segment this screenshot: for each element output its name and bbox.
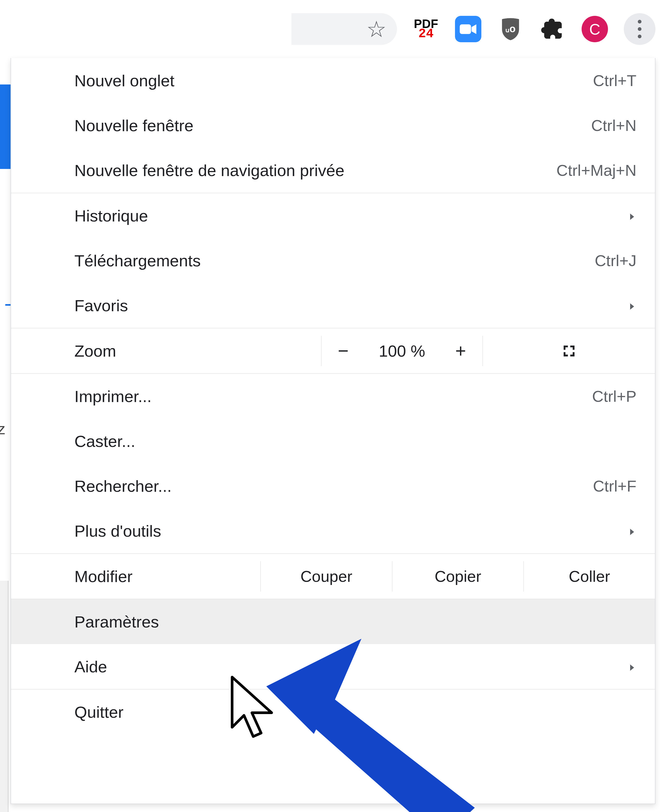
menu-item-cast[interactable]: Caster... [11, 419, 655, 463]
avatar-letter: C [589, 20, 600, 38]
menu-shortcut: Ctrl+J [595, 251, 636, 270]
page-selection-edge [0, 84, 11, 169]
edit-label: Modifier [11, 567, 260, 586]
fullscreen-icon [562, 344, 576, 358]
menu-item-edit: Modifier Couper Copier Coller [11, 553, 655, 599]
kebab-dot-icon [638, 27, 641, 31]
zoom-label: Zoom [11, 342, 321, 361]
extensions-puzzle-icon[interactable] [539, 16, 566, 42]
menu-item-exit[interactable]: Quitter [11, 690, 655, 734]
submenu-chevron-icon [627, 657, 636, 676]
menu-label: Plus d'outils [74, 522, 161, 540]
zoom-value: 100 % [365, 342, 439, 361]
menu-label: Quitter [74, 703, 124, 721]
chrome-menu-button[interactable] [624, 13, 655, 45]
zoom-out-button[interactable]: − [321, 340, 365, 361]
kebab-dot-icon [638, 35, 641, 38]
fullscreen-button[interactable] [483, 344, 655, 358]
menu-item-incognito[interactable]: Nouvelle fenêtre de navigation privée Ct… [11, 148, 655, 193]
menu-label: Nouvelle fenêtre de navigation privée [74, 161, 345, 180]
svg-rect-0 [460, 24, 471, 34]
page-background-edge [0, 581, 8, 812]
menu-label: Nouvel onglet [74, 71, 174, 90]
extension-pdf24-icon[interactable]: PDF 24 [413, 16, 439, 42]
menu-shortcut: Ctrl+F [593, 477, 636, 495]
menu-item-downloads[interactable]: Téléchargements Ctrl+J [11, 238, 655, 283]
menu-shortcut: Ctrl+T [593, 71, 636, 90]
bookmark-star-icon[interactable]: ☆ [366, 18, 386, 40]
menu-item-zoom: Zoom − 100 % + [11, 328, 655, 374]
menu-label: Historique [74, 207, 148, 225]
menu-label: Aide [74, 657, 107, 676]
menu-item-history[interactable]: Historique [11, 193, 655, 238]
menu-item-new-window[interactable]: Nouvelle fenêtre Ctrl+N [11, 103, 655, 148]
menu-label: Caster... [74, 432, 135, 451]
pdf24-label-bottom: 24 [418, 29, 434, 39]
edit-cut-button[interactable]: Couper [261, 567, 392, 585]
submenu-chevron-icon [627, 522, 636, 540]
extension-ublock-icon[interactable]: ᵤo [497, 16, 524, 42]
chrome-main-menu: Nouvel onglet Ctrl+T Nouvelle fenêtre Ct… [11, 58, 655, 804]
menu-item-new-tab[interactable]: Nouvel onglet Ctrl+T [11, 58, 655, 103]
profile-avatar[interactable]: C [582, 16, 608, 42]
menu-label: Imprimer... [74, 387, 152, 406]
edit-copy-button[interactable]: Copier [392, 567, 524, 585]
submenu-chevron-icon [627, 207, 636, 225]
menu-label: Rechercher... [74, 477, 172, 496]
browser-toolbar: ☆ PDF 24 ᵤo C [0, 0, 666, 58]
menu-item-find[interactable]: Rechercher... Ctrl+F [11, 463, 655, 508]
menu-shortcut: Ctrl+P [592, 387, 636, 405]
edit-paste-button[interactable]: Coller [524, 567, 655, 585]
menu-item-settings[interactable]: Paramètres [11, 599, 655, 644]
menu-item-help[interactable]: Aide [11, 644, 655, 689]
menu-item-print[interactable]: Imprimer... Ctrl+P [11, 374, 655, 419]
menu-shortcut: Ctrl+N [591, 116, 636, 135]
svg-text:ᵤo: ᵤo [505, 23, 515, 34]
submenu-chevron-icon [627, 296, 636, 315]
menu-label: Paramètres [74, 612, 159, 631]
menu-shortcut: Ctrl+Maj+N [557, 161, 636, 180]
menu-item-bookmarks[interactable]: Favoris [11, 283, 655, 328]
menu-item-more-tools[interactable]: Plus d'outils [11, 508, 655, 553]
page-text-fragment: z [0, 420, 5, 438]
menu-label: Nouvelle fenêtre [74, 116, 194, 135]
menu-label: Favoris [74, 296, 128, 315]
kebab-dot-icon [638, 20, 641, 23]
zoom-in-button[interactable]: + [439, 340, 482, 361]
omnibox-end[interactable]: ☆ [292, 13, 397, 45]
menu-label: Téléchargements [74, 251, 201, 270]
extension-zoom-icon[interactable] [455, 16, 481, 42]
